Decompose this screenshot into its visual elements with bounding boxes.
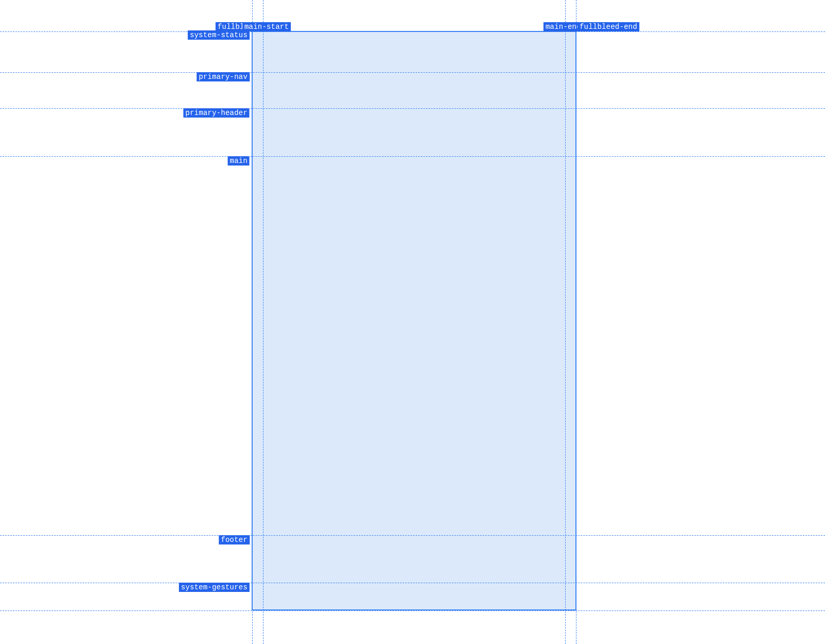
col-guide-fullbleed-end: [576, 0, 576, 644]
row-guide-system-status: [0, 31, 825, 32]
app-frame: [252, 31, 576, 610]
row-guide-primary-header: [0, 108, 825, 109]
col-guide-main-start: [263, 0, 263, 644]
row-guide-main: [0, 156, 825, 157]
row-guide-bottom: [0, 610, 825, 611]
layout-grid-diagram: fullbleed-start main-start main-end full…: [0, 0, 825, 644]
row-label-system-gestures: system-gestures: [179, 583, 250, 592]
col-label-fullbleed-end: fullbleed-end: [578, 22, 639, 31]
col-guide-fullbleed-start: [252, 0, 253, 644]
row-label-footer: footer: [219, 535, 250, 544]
row-guide-system-gestures: [0, 583, 825, 583]
row-label-system-status: system-status: [188, 30, 250, 40]
row-label-primary-nav: primary-nav: [196, 72, 250, 81]
row-label-main: main: [228, 156, 250, 166]
col-label-main-start: main-start: [242, 22, 291, 31]
row-label-primary-header: primary-header: [184, 108, 250, 118]
row-guide-primary-nav: [0, 72, 825, 73]
col-guide-main-end: [565, 0, 566, 644]
row-guide-footer: [0, 535, 825, 536]
